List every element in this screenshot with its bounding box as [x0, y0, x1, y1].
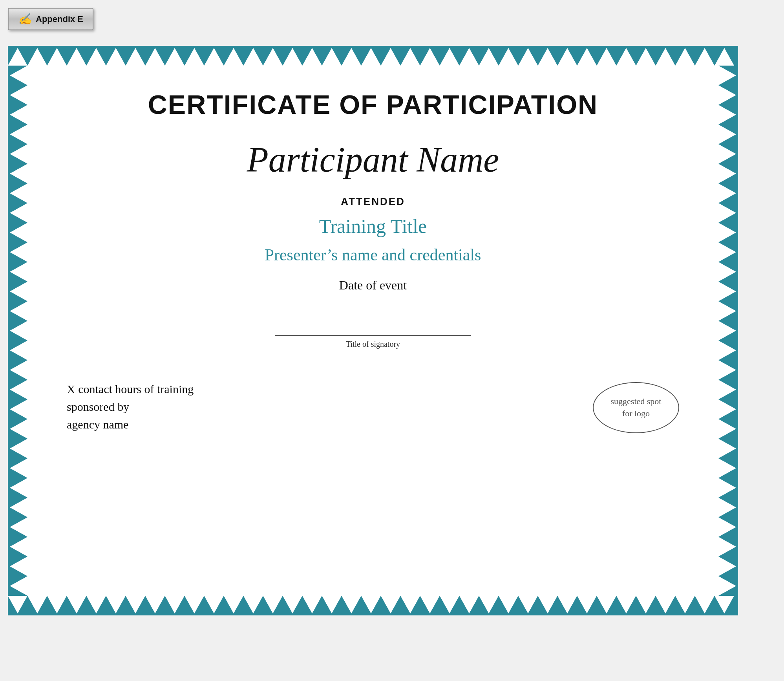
- bottom-section: X contact hours of training sponsored by…: [67, 380, 679, 433]
- signature-section: Title of signatory: [67, 324, 679, 349]
- event-date: Date of event: [67, 278, 679, 293]
- signature-line: [275, 324, 471, 336]
- border-bottom-svg: [8, 596, 738, 615]
- border-left-svg: [8, 66, 27, 596]
- logo-spot-line2: for logo: [622, 408, 650, 418]
- appendix-icon: ✍: [18, 13, 32, 26]
- signature-line-wrapper: Title of signatory: [275, 324, 471, 349]
- attended-label: ATTENDED: [67, 196, 679, 208]
- logo-spot-line1: suggested spot: [611, 396, 662, 406]
- certificate-content: Certificate of Participation Participant…: [27, 66, 718, 596]
- participant-name: Participant Name: [67, 139, 679, 180]
- presenter-name: Presenter’s name and credentials: [67, 245, 679, 264]
- contact-hours-line1: X contact hours of training: [67, 380, 194, 398]
- certificate-wrapper: Certificate of Participation Participant…: [8, 46, 738, 615]
- border-top-svg: [8, 46, 738, 66]
- contact-hours-line2: sponsored by: [67, 398, 194, 416]
- contact-hours: X contact hours of training sponsored by…: [67, 380, 194, 433]
- contact-hours-line3: agency name: [67, 416, 194, 433]
- appendix-button[interactable]: ✍ Appendix E: [8, 8, 93, 30]
- appendix-label: Appendix E: [36, 14, 83, 24]
- signature-label: Title of signatory: [275, 340, 471, 349]
- border-right-svg: [718, 66, 738, 596]
- training-title: Training Title: [67, 215, 679, 238]
- logo-spot: suggested spot for logo: [593, 382, 679, 433]
- certificate-title: Certificate of Participation: [67, 89, 679, 120]
